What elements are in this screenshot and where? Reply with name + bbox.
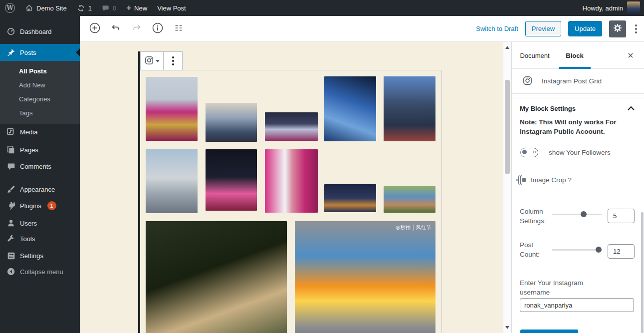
howdy-label[interactable]: Howdy, admin bbox=[583, 4, 623, 12]
media-icon bbox=[6, 127, 16, 137]
update-button[interactable]: Update bbox=[568, 21, 602, 36]
block-toolbar bbox=[140, 51, 183, 70]
redo-icon bbox=[131, 22, 142, 35]
view-post-link[interactable]: View Post bbox=[152, 0, 191, 16]
sidebar-item-users[interactable]: Users bbox=[0, 215, 80, 232]
image-crop-toggle[interactable] bbox=[520, 176, 521, 184]
wordpress-logo-icon: W bbox=[5, 3, 15, 13]
sidebar-item-tags[interactable]: Tags bbox=[0, 106, 80, 120]
sidebar-item-add-new[interactable]: Add New bbox=[0, 78, 80, 92]
plus-icon: + bbox=[126, 3, 131, 13]
tab-block[interactable]: Block bbox=[558, 42, 592, 69]
scroll-up-arrow-icon[interactable] bbox=[505, 46, 509, 49]
block-card: Instagram Post Grid bbox=[512, 69, 644, 94]
editor-canvas[interactable]: ◎秒拍 │风红节 bbox=[80, 42, 503, 333]
updates-link[interactable]: 1 bbox=[72, 0, 97, 16]
instagram-photo-1 bbox=[146, 77, 198, 141]
sidebar-item-label: Dashboard bbox=[20, 28, 52, 35]
info-icon bbox=[152, 22, 164, 35]
sidebar-item-tools[interactable]: Tools bbox=[0, 230, 80, 247]
updates-icon bbox=[77, 4, 85, 12]
instagram-photo-2 bbox=[206, 103, 257, 142]
chevron-up-icon bbox=[627, 105, 635, 112]
post-count-value-input[interactable] bbox=[608, 244, 635, 259]
username-label: Enter Your Instagram username bbox=[520, 278, 583, 297]
sidebar-item-dashboard[interactable]: Dashboard bbox=[0, 23, 80, 40]
sidebar-item-all-posts[interactable]: All Posts bbox=[0, 64, 80, 78]
instagram-photo-10 bbox=[384, 186, 435, 213]
comments-link[interactable]: 0 bbox=[97, 0, 121, 16]
followers-toggle[interactable] bbox=[520, 148, 538, 157]
wordpress-logo[interactable]: W bbox=[0, 0, 20, 16]
redo-button[interactable] bbox=[130, 22, 144, 36]
avatar[interactable] bbox=[627, 1, 640, 14]
sidebar-item-label: Media bbox=[20, 128, 37, 136]
sidebar-item-posts[interactable]: Posts bbox=[0, 44, 80, 61]
current-menu-arrow bbox=[76, 48, 80, 56]
site-name-link[interactable]: Demo Site bbox=[20, 0, 72, 16]
instagram-icon bbox=[523, 76, 532, 87]
ellipsis-icon bbox=[170, 54, 176, 67]
tab-document[interactable]: Document bbox=[512, 42, 558, 69]
collapse-menu-button[interactable]: Collapse menu bbox=[0, 263, 80, 280]
canvas-scrollbar[interactable] bbox=[503, 42, 511, 333]
sidebar-item-label: Tools bbox=[20, 235, 35, 243]
close-sidebar-button[interactable]: ✕ bbox=[624, 49, 637, 62]
block-inserter-button[interactable] bbox=[88, 22, 102, 36]
block-card-title: Instagram Post Grid bbox=[542, 77, 602, 85]
content-structure-button[interactable] bbox=[151, 22, 165, 36]
column-settings-slider[interactable] bbox=[552, 214, 602, 215]
more-tools-menu-button[interactable] bbox=[633, 22, 639, 35]
sidebar-item-categories[interactable]: Categories bbox=[0, 92, 80, 106]
preview-button[interactable]: Preview bbox=[525, 21, 561, 36]
image-crop-toggle-label: Image Crop ? bbox=[531, 176, 572, 184]
instagram-photo-8 bbox=[265, 149, 318, 213]
block-settings-panel-toggle[interactable]: My Block Settings bbox=[512, 98, 644, 119]
sidebar-item-media[interactable]: Media bbox=[0, 123, 80, 140]
slider-thumb[interactable] bbox=[581, 211, 587, 217]
instagram-photo-11 bbox=[146, 221, 287, 333]
sidebar-item-comments[interactable]: Comments bbox=[0, 158, 80, 175]
canvas-scrollbar-thumb[interactable] bbox=[505, 80, 510, 174]
user-icon bbox=[6, 218, 16, 228]
block-switcher-button[interactable] bbox=[141, 52, 164, 70]
block-navigation-button[interactable] bbox=[172, 22, 186, 36]
new-content-link[interactable]: + New bbox=[121, 0, 152, 16]
undo-button[interactable] bbox=[109, 22, 123, 36]
settings-gear-button[interactable] bbox=[609, 20, 626, 37]
instagram-submit-button[interactable] bbox=[520, 330, 578, 333]
video-watermark: ◎秒拍 │风红节 bbox=[396, 224, 431, 231]
scroll-down-arrow-icon[interactable] bbox=[505, 326, 509, 329]
instagram-icon bbox=[145, 56, 154, 66]
sidebar-scrollbar-thumb[interactable] bbox=[641, 212, 644, 333]
slider-thumb[interactable] bbox=[596, 247, 602, 253]
image-crop-toggle-row: Image Crop ? bbox=[512, 175, 644, 185]
post-count-label: Post Count: bbox=[520, 240, 540, 259]
sidebar-item-label: Comments bbox=[20, 163, 51, 170]
updates-count: 1 bbox=[88, 4, 92, 12]
plugins-update-badge: 1 bbox=[47, 201, 56, 210]
column-settings-value-input[interactable] bbox=[608, 209, 635, 223]
pages-icon bbox=[6, 145, 16, 155]
wrench-icon bbox=[6, 234, 16, 244]
sidebar-item-appearance[interactable]: Appearance bbox=[0, 181, 80, 198]
home-icon bbox=[25, 4, 33, 12]
sidebar-item-pages[interactable]: Pages bbox=[0, 141, 80, 158]
plugin-note: Note: This Will only works For instagram… bbox=[520, 117, 635, 136]
column-settings-label: Column Settings: bbox=[520, 207, 546, 226]
instagram-username-input[interactable] bbox=[520, 298, 634, 312]
block-options-button[interactable] bbox=[164, 52, 182, 70]
sidebar-item-label: Pages bbox=[20, 146, 38, 154]
dashboard-icon bbox=[6, 26, 16, 36]
post-count-slider[interactable] bbox=[552, 249, 602, 251]
chevron-down-icon bbox=[156, 60, 160, 62]
sidebar-item-settings[interactable]: Settings bbox=[0, 247, 80, 264]
switch-to-draft-link[interactable]: Switch to Draft bbox=[476, 25, 518, 32]
undo-icon bbox=[110, 22, 121, 35]
gear-icon bbox=[613, 23, 623, 34]
sidebar-item-plugins[interactable]: Plugins 1 bbox=[0, 197, 80, 214]
instagram-photo-6 bbox=[146, 149, 198, 213]
site-name-label: Demo Site bbox=[36, 4, 67, 12]
brush-icon bbox=[6, 184, 16, 194]
collapse-arrow-icon bbox=[6, 267, 16, 277]
